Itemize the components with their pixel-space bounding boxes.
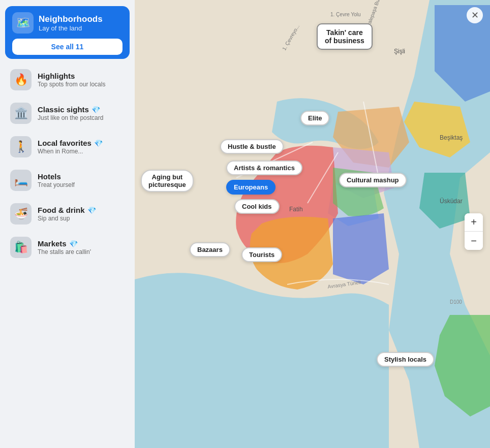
hustle-bustle-text: Hustle & bustle: [228, 143, 276, 150]
close-button[interactable]: ✕: [467, 7, 483, 23]
aging-picturesque-text: Aging butpicturesque: [148, 173, 186, 188]
hotels-subtitle: Treat yourself: [38, 181, 75, 188]
sidebar-item-markets[interactable]: 🛍️ Markets 💎 The stalls are callin': [5, 232, 130, 263]
hotels-icon: 🛏️: [10, 170, 32, 191]
gem-icon-2: 💎: [94, 139, 103, 147]
zoom-out-button[interactable]: −: [465, 232, 483, 250]
sidebar-item-food-drink[interactable]: 🍜 Food & drink 💎 Sip and sup: [5, 198, 130, 230]
label-stylish-locals[interactable]: Stylish locals: [377, 352, 434, 367]
classic-sights-icon: 🏛️: [10, 103, 32, 124]
label-aging-picturesque[interactable]: Aging butpicturesque: [141, 170, 194, 192]
zoom-in-button[interactable]: +: [465, 213, 483, 232]
label-hustle-bustle[interactable]: Hustle & bustle: [220, 139, 284, 154]
markets-title: Markets 💎: [38, 239, 91, 248]
cultural-mashup-text: Cultural mashup: [347, 176, 399, 184]
sidebar-item-local-favorites[interactable]: 🚶 Local favorites 💎 When in Rome...: [5, 131, 130, 163]
neighborhoods-card[interactable]: 🗺️ Neighborhoods Lay of the land See all…: [5, 6, 130, 59]
map-area[interactable]: Avrasya Tüneli D100 Piyalepaşa Bulvarı 1…: [135, 0, 490, 448]
local-favorites-icon: 🚶: [10, 136, 32, 157]
takin-care-text: Takin' careof business: [325, 28, 364, 45]
food-drink-subtitle: Sip and sup: [38, 215, 96, 222]
cool-kids-text: Cool kids: [242, 203, 272, 210]
markets-subtitle: The stalls are callin': [38, 248, 91, 255]
food-drink-icon: 🍜: [10, 203, 32, 225]
gem-icon-4: 💎: [69, 240, 78, 248]
highlights-subtitle: Top spots from our locals: [38, 81, 105, 88]
zoom-controls: + −: [465, 213, 483, 250]
hotels-title: Hotels: [38, 172, 75, 181]
neighborhoods-title: Neighborhoods: [39, 14, 103, 24]
svg-text:1. Çevre Yolu: 1. Çevre Yolu: [330, 12, 361, 17]
svg-text:D100: D100: [450, 299, 462, 305]
see-all-button[interactable]: See all 11: [12, 39, 122, 55]
svg-text:Beşiktaş: Beşiktaş: [440, 134, 463, 141]
sidebar-item-highlights[interactable]: 🔥 Highlights Top spots from our locals: [5, 64, 130, 95]
classic-sights-title: Classic sights 💎: [38, 105, 103, 114]
europeans-text: Europeans: [234, 183, 268, 191]
sidebar-item-classic-sights[interactable]: 🏛️ Classic sights 💎 Just like on the pos…: [5, 98, 130, 129]
artists-romantics-text: Artists & romantics: [234, 164, 295, 172]
stylish-locals-text: Stylish locals: [384, 356, 426, 363]
bazaars-text: Bazaars: [197, 246, 223, 253]
svg-text:Üsküdar: Üsküdar: [440, 198, 463, 205]
neighborhoods-subtitle: Lay of the land: [39, 24, 103, 32]
local-favorites-title: Local favorites 💎: [38, 139, 103, 147]
sidebar-item-hotels[interactable]: 🛏️ Hotels Treat yourself: [5, 165, 130, 196]
label-elite[interactable]: Elite: [300, 111, 329, 125]
map-svg: Avrasya Tüneli D100 Piyalepaşa Bulvarı 1…: [135, 0, 490, 448]
tourists-text: Tourists: [249, 251, 274, 259]
local-favorites-subtitle: When in Rome...: [38, 148, 103, 155]
gem-icon-3: 💎: [87, 206, 96, 214]
highlights-icon: 🔥: [10, 69, 32, 90]
gem-icon: 💎: [91, 106, 100, 114]
svg-text:Fatih: Fatih: [289, 206, 303, 213]
sidebar: 🗺️ Neighborhoods Lay of the land See all…: [0, 0, 135, 448]
label-takin-care[interactable]: Takin' careof business: [317, 23, 373, 50]
label-cultural-mashup[interactable]: Cultural mashup: [339, 173, 407, 187]
svg-text:Şişli: Şişli: [394, 48, 405, 55]
highlights-title: Highlights: [38, 72, 105, 80]
classic-sights-subtitle: Just like on the postcard: [38, 114, 103, 121]
neighborhoods-icon: 🗺️: [12, 12, 34, 34]
markets-icon: 🛍️: [10, 237, 32, 258]
food-drink-title: Food & drink 💎: [38, 206, 96, 214]
label-cool-kids[interactable]: Cool kids: [234, 199, 280, 214]
elite-text: Elite: [308, 114, 322, 122]
label-artists-romantics[interactable]: Artists & romantics: [226, 161, 302, 175]
label-europeans[interactable]: Europeans: [226, 180, 275, 195]
label-tourists[interactable]: Tourists: [241, 247, 282, 262]
label-bazaars[interactable]: Bazaars: [190, 242, 230, 257]
